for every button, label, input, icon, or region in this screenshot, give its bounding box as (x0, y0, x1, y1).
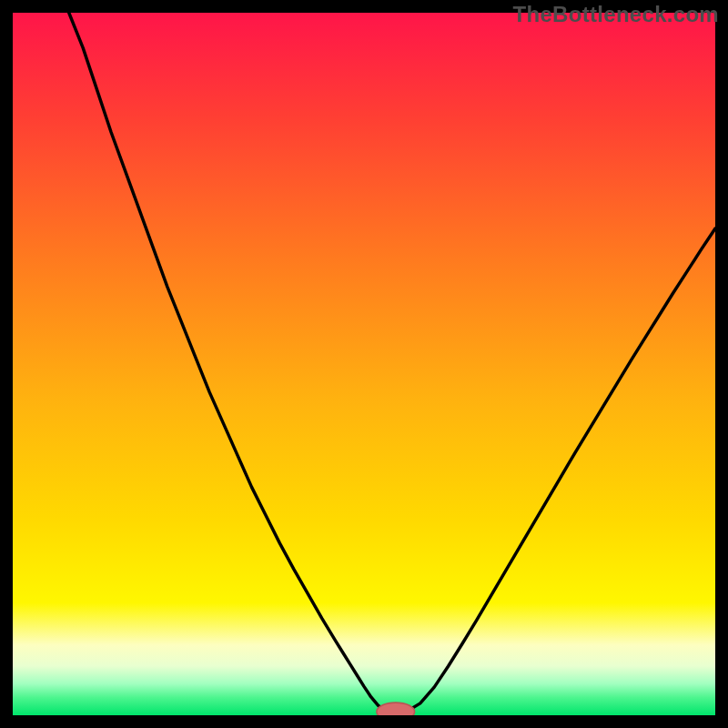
gradient-background (13, 13, 715, 715)
optimal-marker (377, 703, 415, 715)
bottleneck-chart (13, 13, 715, 715)
chart-frame: TheBottleneck.com (0, 0, 728, 728)
watermark-text: TheBottleneck.com (513, 2, 719, 27)
